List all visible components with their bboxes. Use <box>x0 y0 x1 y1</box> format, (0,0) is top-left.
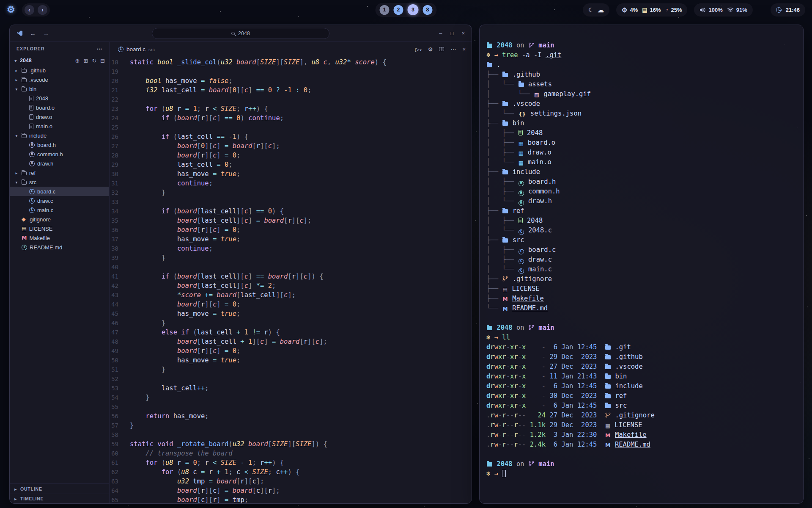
terminal-line <box>486 31 796 41</box>
file-label: draw.h <box>37 160 53 167</box>
collapse-folders-button[interactable]: ⊟ <box>100 58 105 64</box>
maximize-button[interactable]: □ <box>450 30 454 36</box>
workspace-8[interactable]: 8 <box>423 5 433 15</box>
explorer-item-bin[interactable]: ▾bin <box>10 84 109 94</box>
settings-gear-button[interactable]: ⚙ <box>428 46 433 52</box>
tab-board.c[interactable]: C board.c src <box>114 42 159 56</box>
terminal-line: drwxr-xr-x - 27 Dec 2023 .vscode <box>486 362 796 372</box>
code-line: 54 } <box>110 393 472 402</box>
explorer-item-board.o[interactable]: board.o <box>10 103 109 112</box>
terminal-line: ❄ → <box>486 469 796 479</box>
explorer-item-board.c[interactable]: Cboard.c <box>10 187 109 196</box>
wifi-stat[interactable]: 91% <box>727 7 747 13</box>
moon-icon: ☾ <box>588 7 593 13</box>
close-editor-button[interactable]: × <box>462 46 466 52</box>
license-icon: ▤ <box>502 287 508 293</box>
explorer-item-src[interactable]: ▾src <box>10 177 109 187</box>
file-label: board.o <box>36 105 55 111</box>
code-line: 19 <box>110 67 472 76</box>
line-number: 30 <box>110 169 130 179</box>
explorer-item-draw.c[interactable]: Cdraw.c <box>10 196 109 205</box>
explorer-item-draw.o[interactable]: draw.o <box>10 112 109 121</box>
terminal-line: │ └── C 2048.c <box>486 226 796 235</box>
code-line: 32 } <box>110 188 472 197</box>
workspace-2[interactable]: 2 <box>394 5 403 15</box>
line-number: 29 <box>110 160 130 169</box>
explorer-root-folder[interactable]: ▾ 2048 ⊕ ⊞ ↻ ⊟ <box>10 55 109 66</box>
directory-icon <box>487 44 492 48</box>
nav-back-button[interactable]: ← <box>30 30 36 37</box>
command-center-search[interactable]: 2048 <box>152 28 329 39</box>
line-number: 47 <box>110 328 130 337</box>
explorer-item-README.md[interactable]: iREADME.md <box>10 243 109 252</box>
line-number: 60 <box>110 449 130 458</box>
timeline-panel[interactable]: ▸ TIMELINE <box>10 494 109 503</box>
refresh-explorer-button[interactable]: ↻ <box>92 58 96 64</box>
line-number: 43 <box>110 290 130 300</box>
code-line: 42 board[last_cell][c] *= 2; <box>110 281 472 290</box>
explorer-item-Makefile[interactable]: MMakefile <box>10 233 109 243</box>
explorer-more-button[interactable]: ⋯ <box>96 45 102 52</box>
folder-open-icon <box>22 181 27 185</box>
workspace-1[interactable]: 1 <box>380 5 390 15</box>
line-number: 62 <box>110 467 130 477</box>
editor-window[interactable]: ← → 2048 – □ × EXPLORER ⋯ ▾ 2048 ⊕ ⊞ ↻ <box>9 25 472 504</box>
run-code-button[interactable]: ▷ ▾ <box>415 46 422 52</box>
folder-icon <box>518 83 524 87</box>
terminal-window[interactable]: 2048 on main❄ → tree -a -I .git .├── .gi… <box>479 25 804 504</box>
minimize-button[interactable]: – <box>439 30 442 36</box>
c-source-icon: C <box>518 249 524 254</box>
line-number: 36 <box>110 225 130 235</box>
explorer-item-board.h[interactable]: Hboard.h <box>10 140 109 149</box>
explorer-item-draw.h[interactable]: Hdraw.h <box>10 159 109 168</box>
code-line: 55 <box>110 402 472 411</box>
new-folder-button[interactable]: ⊞ <box>83 58 88 64</box>
line-number: 44 <box>110 300 130 309</box>
close-window-button[interactable]: × <box>461 30 465 36</box>
file-label: bin <box>29 86 36 92</box>
explorer-item-.vscode[interactable]: ▸.vscode <box>10 75 109 84</box>
new-file-button[interactable]: ⊕ <box>75 58 80 64</box>
explorer-item-main.o[interactable]: main.o <box>10 121 109 131</box>
code-line: 49 board[r][c] = 0; <box>110 346 472 356</box>
explorer-item-main.c[interactable]: Cmain.c <box>10 205 109 215</box>
terminal-line: ├── src <box>486 235 796 245</box>
code-line: 31 continue; <box>110 179 472 188</box>
volume-stat[interactable]: 100% <box>700 7 722 13</box>
nav-forward-button[interactable]: → <box>43 30 49 37</box>
split-editor-button[interactable] <box>439 47 444 51</box>
folder-open-icon <box>22 134 27 138</box>
media-next-button[interactable]: › <box>38 5 47 15</box>
explorer-item-common.h[interactable]: Hcommon.h <box>10 149 109 159</box>
explorer-item-.github[interactable]: ▸.github <box>10 66 109 75</box>
image-icon: ▨ <box>534 92 539 98</box>
explorer-item-.gitignore[interactable]: ◆.gitignore <box>10 215 109 224</box>
launcher-gear-icon[interactable]: ⚙ <box>7 5 15 14</box>
chevron-right-icon: ▸ <box>13 497 18 501</box>
code-line: 47 else if (last_cell + 1 != r) { <box>110 328 472 337</box>
explorer-item-2048[interactable]: 2048 <box>10 94 109 103</box>
code-line: 27 board[0][c] = board[r][c]; <box>110 141 472 151</box>
terminal-line: ├── .vscode <box>486 99 796 109</box>
folder-icon <box>502 170 508 174</box>
code-editor[interactable]: 18static bool _slide_col(u32 board[SIZE]… <box>110 56 472 503</box>
line-number: 37 <box>110 235 130 244</box>
workspace-3-active[interactable]: 3 <box>408 4 419 15</box>
explorer-item-LICENSE[interactable]: ▤LICENSE <box>10 224 109 233</box>
license-icon: ▤ <box>605 423 610 429</box>
explorer-item-ref[interactable]: ▸ref <box>10 168 109 177</box>
more-actions-button[interactable]: ⋯ <box>450 46 456 52</box>
outline-panel[interactable]: ▸ OUTLINE <box>10 484 109 494</box>
media-controls: ‹ › <box>22 3 50 17</box>
code-line: 48 board[last_cell + 1][c] = board[r][c]… <box>110 337 472 346</box>
c-header-icon: H <box>518 190 524 196</box>
file-label: board.c <box>37 188 55 195</box>
line-number: 51 <box>110 365 130 374</box>
line-number: 40 <box>110 262 130 272</box>
explorer-item-include[interactable]: ▾include <box>10 131 109 140</box>
explorer-header: EXPLORER ⋯ <box>10 42 109 55</box>
git-icon: ◆ <box>22 217 26 222</box>
folder-icon <box>487 63 492 67</box>
chevron-down-icon: ▾ <box>14 133 19 138</box>
media-prev-button[interactable]: ‹ <box>25 5 34 15</box>
